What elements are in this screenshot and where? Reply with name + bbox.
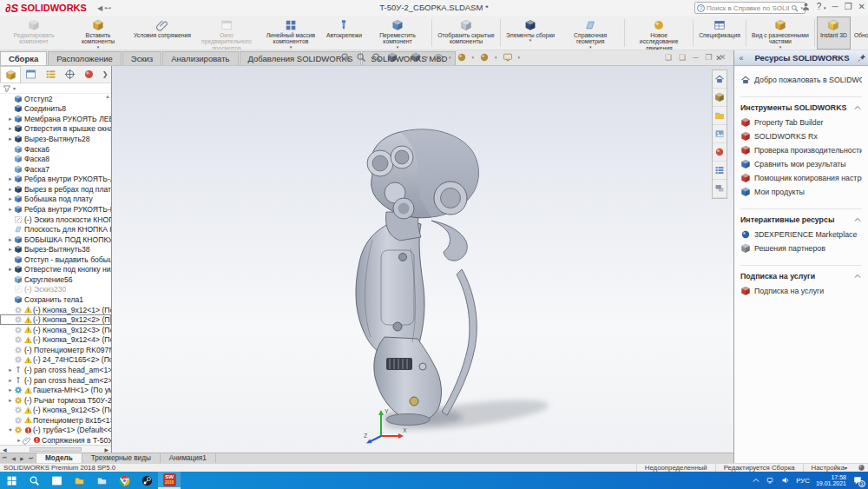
taskpane-link-subscription-services[interactable]: Подписка на услуги bbox=[740, 284, 862, 298]
fmtab-displaymanager[interactable] bbox=[80, 66, 99, 83]
taskbar-file-explorer[interactable] bbox=[68, 472, 90, 489]
taskpane-link-copy-settings-wizard[interactable]: Помощник копирования настроек bbox=[740, 171, 862, 185]
bottom-tab-трехмерные виды[interactable]: Трехмерные виды bbox=[82, 453, 161, 463]
tree-item[interactable]: ▸Гашетка-МН<1> (По умол bbox=[0, 385, 111, 395]
scroll-right-icon[interactable]: ▶ bbox=[104, 446, 108, 453]
tree-item[interactable]: (-) Кнопка_9x12<3> (По ум bbox=[0, 325, 111, 335]
exploded-view-dropdown-icon[interactable]: ▾ bbox=[779, 45, 782, 50]
tree-item[interactable]: (-) Кнопка_9x12<2> (По ум bbox=[0, 314, 111, 325]
expand-icon[interactable]: ▸ bbox=[7, 116, 14, 122]
previous-view-icon[interactable] bbox=[372, 52, 382, 63]
expand-icon[interactable]: ▸ bbox=[7, 397, 14, 404]
tree-item[interactable]: ▸Вырез-Вытянуть38 bbox=[0, 244, 111, 254]
assembly-features-dropdown-icon[interactable]: ▾ bbox=[529, 38, 532, 43]
taskpane-link-my-products[interactable]: Мои продукты bbox=[740, 185, 862, 199]
linear-component-pattern-dropdown-icon[interactable]: ▾ bbox=[290, 45, 293, 50]
display-style-dropdown-icon[interactable]: ▾ bbox=[426, 55, 429, 60]
tab-сборка[interactable]: Сборка bbox=[0, 51, 47, 65]
update-speedpak-button[interactable]: Обновить SpeedPak bbox=[851, 17, 868, 50]
striptab-solidworks-resources[interactable] bbox=[713, 70, 727, 89]
hide-show-items-icon[interactable] bbox=[433, 52, 444, 63]
tab-next-icon[interactable]: ▶ bbox=[20, 456, 23, 461]
taskbar-start[interactable] bbox=[0, 472, 23, 489]
expand-icon[interactable]: ▾ bbox=[7, 426, 14, 433]
filter-dropdown-icon[interactable]: ▾ bbox=[13, 85, 16, 91]
taskpane-link-property-tab-builder[interactable]: Property Tab Builder bbox=[740, 116, 862, 129]
user-icon[interactable] bbox=[801, 2, 811, 11]
striptab-design-library[interactable] bbox=[713, 89, 727, 107]
expand-icon[interactable]: ▸ bbox=[7, 377, 14, 384]
tree-item[interactable]: ▸(-) pan cross head_am<2> (B18.6 bbox=[0, 375, 111, 386]
expand-icon[interactable]: ▸ bbox=[7, 125, 14, 132]
clock[interactable]: 17:58 19.01.2021 bbox=[816, 474, 846, 487]
restore-button[interactable]: ❐ bbox=[845, 2, 852, 11]
taskpane-link-partner-solutions[interactable]: Решения партнеров bbox=[740, 241, 862, 255]
assembly-features-button[interactable]: Элементы сборки▾ bbox=[503, 17, 558, 50]
tree-item[interactable]: Фаска6 bbox=[0, 144, 111, 155]
collapse-icon[interactable]: « bbox=[734, 54, 748, 63]
tree-item[interactable]: ▸Вырез в ребрах под плату bbox=[0, 184, 111, 195]
insert-components-dropdown-icon[interactable]: ▾ bbox=[97, 45, 100, 50]
expand-icon[interactable]: ▸ bbox=[7, 387, 14, 393]
section-view-dropdown-icon[interactable]: ▾ bbox=[403, 55, 405, 60]
pin-icon[interactable] bbox=[856, 53, 868, 63]
tree-item[interactable]: ▸Вырез-Вытянуть28 bbox=[0, 134, 111, 144]
linear-component-pattern-button[interactable]: Линейный массив компонентов▾ bbox=[259, 17, 323, 50]
tree-scroll-up[interactable]: ▲ bbox=[105, 94, 110, 99]
tree-item[interactable]: ▸(-) pan cross head_am<1> (B18.6 bbox=[0, 365, 111, 375]
expand-icon[interactable]: ▸ bbox=[7, 367, 14, 373]
pane-right-icon[interactable]: ❏ bbox=[679, 53, 686, 62]
striptab-solidworks-forum[interactable] bbox=[713, 180, 727, 198]
taskbar-chrome[interactable] bbox=[113, 472, 135, 489]
tab-prev-icon[interactable]: ◀ bbox=[11, 456, 15, 461]
smart-fasteners-button[interactable]: Автокрепежи bbox=[323, 17, 365, 50]
striptab-view-palette[interactable] bbox=[713, 125, 727, 143]
striptab-custom-properties[interactable] bbox=[713, 162, 727, 180]
tree-item[interactable]: Соединить8 bbox=[0, 104, 111, 115]
tree-item[interactable]: ▸Ребра внутри РУКОЯТЬ-ЛЕВ bbox=[0, 175, 111, 185]
tray-chevron-icon[interactable] bbox=[752, 476, 760, 485]
tree-item[interactable]: (-) Эскиз плоскости КНОПК bbox=[0, 215, 111, 225]
display-style-icon[interactable] bbox=[411, 52, 421, 63]
taskpane-link-compare-results[interactable]: Сравнить мои результаты bbox=[740, 157, 862, 171]
taskpane-link-solidworks-rx[interactable]: SOLIDWORKS Rx bbox=[740, 129, 862, 143]
taskbar-solidworks-2018[interactable]: SW2018 bbox=[158, 472, 181, 489]
collapse-section-icon[interactable] bbox=[853, 272, 862, 281]
status-options-icon[interactable] bbox=[858, 464, 865, 472]
expand-icon[interactable]: ▸ bbox=[16, 437, 23, 444]
tree-item[interactable]: Фаска8 bbox=[0, 154, 111, 164]
status-options[interactable]: Настройка ▾ bbox=[803, 464, 855, 472]
fmtab-featuremanager-tree[interactable] bbox=[0, 66, 21, 83]
edit-appearance-dropdown-icon[interactable]: ▾ bbox=[472, 55, 475, 60]
striptab-file-explorer[interactable] bbox=[713, 107, 727, 125]
help-search-box[interactable]: ? Поиск в Справке по SOLIDWORKS ▾ bbox=[694, 2, 806, 14]
tree-item[interactable]: (-) Эскиз230 bbox=[0, 285, 111, 295]
tab-расположение[interactable]: Расположение bbox=[48, 51, 122, 65]
tree-item[interactable]: Отступ2 bbox=[0, 94, 111, 104]
exploded-view-button[interactable]: Вид с разнесенными частями▾ bbox=[748, 17, 812, 50]
tree-item[interactable]: ▸Бобышка под плату bbox=[0, 195, 111, 205]
tree-item[interactable]: Отступ - выдавить бобышк bbox=[0, 254, 111, 265]
section-view-icon[interactable] bbox=[387, 52, 398, 63]
tab-анализировать[interactable]: Анализировать bbox=[162, 51, 238, 65]
tree-filter-row[interactable]: ▾ bbox=[0, 83, 111, 94]
striptab-appearances-scenes[interactable] bbox=[713, 143, 727, 162]
tree-item[interactable]: ▾(-) труба<1> (Default<<Def bbox=[0, 426, 111, 436]
tree-item[interactable]: Сохранить тела1 bbox=[0, 294, 111, 305]
expand-icon[interactable]: ▸ bbox=[7, 135, 14, 142]
fmtab-configurationmanager[interactable] bbox=[41, 66, 60, 83]
network-icon[interactable] bbox=[766, 476, 775, 485]
tree-item[interactable]: Скругление56 bbox=[0, 274, 111, 285]
search-icon[interactable] bbox=[791, 4, 799, 12]
tree-item[interactable]: Потенциометр 8x15<1> (П bbox=[0, 415, 111, 426]
taskpane-link-3dexperience-marketplace[interactable]: 3DEXPERIENCE Marketplace bbox=[740, 228, 862, 241]
tree-item[interactable]: ▸Отверстия в крышке окна bbox=[0, 124, 111, 135]
move-component-button[interactable]: Переместить компонент▾ bbox=[365, 17, 430, 50]
tree-item[interactable]: Плоскость для КНОПКА НИ bbox=[0, 224, 111, 235]
taskpane-link-performance-check[interactable]: Проверка производительности bbox=[740, 143, 862, 157]
show-hidden-components-button[interactable]: Отобразить скрытые компоненты bbox=[434, 17, 498, 50]
hide-show-items-dropdown-icon[interactable]: ▾ bbox=[449, 55, 451, 60]
reference-geometry-dropdown-icon[interactable]: ▾ bbox=[589, 45, 592, 50]
tab-first-icon[interactable]: ⏮ bbox=[3, 455, 7, 461]
taskbar-search[interactable] bbox=[23, 472, 45, 489]
